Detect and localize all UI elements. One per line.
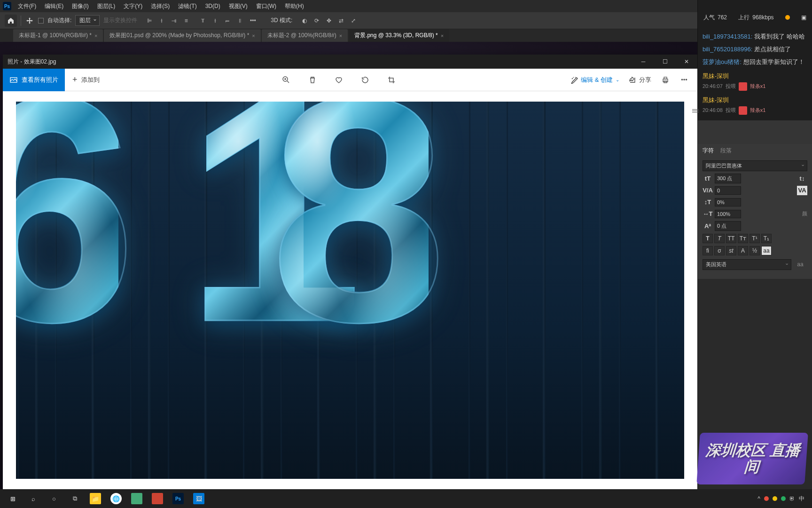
language-select[interactable]: 美国英语 [703,259,791,270]
menu-edit[interactable]: 编辑(E) [41,1,67,12]
align-left-icon[interactable]: ⊫ [145,16,154,25]
panel-drag-handle[interactable] [694,103,697,118]
photos-toolbar: 查看所有照片 + 添加到 编辑 & 创建 ⌄ 分享 ••• [3,69,697,91]
menu-select[interactable]: 选择(S) [147,1,173,12]
taskview-button[interactable]: ⧉ [65,489,85,508]
taskbar-photos[interactable]: 🖼 [189,489,209,508]
minimize-button[interactable]: ─ [632,55,654,69]
ligature-button[interactable]: fi [703,246,713,255]
close-icon[interactable]: × [252,33,255,39]
vscale-input[interactable]: 100% [715,210,741,218]
add-to-button[interactable]: + 添加到 [65,75,107,85]
favorite-icon[interactable] [334,75,344,85]
fraction-button[interactable]: ½ [750,246,760,255]
3d-orbit-icon[interactable]: ◐ [300,16,309,25]
allcaps-button[interactable]: TT [726,234,736,243]
tab-paragraph[interactable]: 段落 [720,147,732,156]
italic-button[interactable]: T [714,234,725,243]
edit-create-button[interactable]: 编辑 & 创建 ⌄ [570,76,619,84]
vscale-icon: ↕T [703,198,713,207]
maximize-button[interactable]: ☐ [654,55,676,69]
3d-roll-icon[interactable]: ⟳ [312,16,321,25]
menu-layer[interactable]: 图层(L) [94,1,119,12]
3d-scale-icon[interactable]: ⤢ [349,16,358,25]
system-tray[interactable]: ^ ⛨ 中 [757,495,809,503]
close-icon[interactable]: × [441,33,444,39]
view-all-photos-button[interactable]: 查看所有照片 [3,69,65,91]
doc-tab-2[interactable]: 效果图01.psd @ 200% (Made by Photoshop, RGB… [104,29,260,42]
doc-tab-4[interactable]: 背景.png @ 33.3% (3D, RGB/8) *× [349,29,449,42]
menu-window[interactable]: 窗口(W) [252,1,280,12]
font-size-input[interactable]: 300 点 [715,174,741,183]
share-button[interactable]: 分享 [629,76,651,84]
delete-icon[interactable] [308,75,317,85]
tracking-input[interactable]: 0% [715,198,741,206]
ps-logo: Ps [3,2,11,10]
auto-select-checkbox[interactable] [38,18,44,24]
kerning-input[interactable]: 0 [715,186,741,195]
3d-pan-icon[interactable]: ✥ [324,16,334,25]
more-icon[interactable]: ••• [679,75,689,85]
discretionary-button[interactable]: aa [761,246,772,255]
taskbar-app2[interactable] [148,489,167,508]
antialiasing-select[interactable]: aa [793,261,807,268]
start-button[interactable]: ⊞ [3,489,23,508]
home-button[interactable] [5,15,17,27]
tray-status-yellow[interactable] [773,496,777,501]
screen-icon[interactable]: ▣ [801,14,806,21]
align-hcenter-icon[interactable]: ⫲ [157,16,166,25]
3d-slide-icon[interactable]: ⇄ [336,16,346,25]
ime-indicator[interactable]: 中 [799,495,804,503]
chat-area[interactable]: bili_18973413581: 我看到我了 哈哈哈 bili_7652018… [698,28,812,120]
font-family-select[interactable]: 阿里巴巴普惠体 [703,160,807,171]
align-vcenter-icon[interactable]: ⫲ [211,16,220,25]
menu-help[interactable]: 帮助(H) [281,1,308,12]
bold-button[interactable]: T [703,234,713,243]
ordinal-button[interactable]: A [738,246,748,255]
menu-image[interactable]: 图像(I) [68,1,92,12]
tray-status-green[interactable] [781,496,786,501]
align-bottom-icon[interactable]: ⫭ [223,16,232,25]
smallcaps-button[interactable]: Tᴛ [738,234,748,243]
taskbar-explorer[interactable]: 📁 [86,489,105,508]
baseline-input[interactable]: 0 点 [715,221,741,231]
crop-icon[interactable] [387,75,396,85]
close-button[interactable]: ✕ [676,55,697,69]
tray-status-red[interactable] [764,496,769,501]
print-icon[interactable] [661,75,670,85]
align-right-icon[interactable]: ⫣ [169,16,179,25]
doc-tab-1[interactable]: 未标题-1 @ 100%(RGB/8#) *× [13,29,103,42]
close-icon[interactable]: × [339,33,342,39]
cortana-button[interactable]: ○ [44,489,64,508]
image-content: 6 1 8 6 1 8 [16,102,684,479]
zoom-icon[interactable] [281,75,291,85]
taskbar-photoshop[interactable]: Ps [168,489,188,508]
photos-titlebar[interactable]: 照片 - 效果图02.jpg ─ ☐ ✕ [3,55,697,69]
menu-type[interactable]: 文字(Y) [120,1,146,12]
swash-button[interactable]: st [726,246,736,255]
layer-dropdown[interactable]: 图层 [75,15,100,26]
superscript-button[interactable]: T¹ [750,234,760,243]
doc-tab-3[interactable]: 未标题-2 @ 100%(RGB/8#)× [262,29,348,42]
distribute-icon[interactable]: ⫴ [235,16,244,25]
close-icon[interactable]: × [94,33,97,39]
menu-view[interactable]: 视图(V) [225,1,251,12]
tab-character[interactable]: 字符 [703,147,714,156]
menu-file[interactable]: 文件(F) [14,1,40,12]
taskbar-chrome[interactable]: 🌐 [106,489,126,508]
align-justify-icon[interactable]: ≡ [181,16,191,25]
menu-filter[interactable]: 滤镜(T) [174,1,200,12]
tray-chevron-icon[interactable]: ^ [757,495,760,502]
subscript-button[interactable]: T₁ [761,234,772,243]
rotate-icon[interactable] [360,75,370,85]
chat-text: 我看到我了 哈哈哈 [754,33,805,40]
taskbar-app1[interactable] [127,489,147,508]
photo-viewport[interactable]: 6 1 8 6 1 8 [3,91,697,489]
more-options-icon[interactable]: ••• [248,16,258,25]
move-tool-icon[interactable] [25,16,34,25]
menu-3d[interactable]: 3D(D) [202,1,224,11]
align-top-icon[interactable]: ⫪ [198,16,208,25]
search-button[interactable]: ⌕ [23,489,43,508]
tray-shield-icon[interactable]: ⛨ [789,495,795,502]
stylistic-button[interactable]: σ [714,246,725,255]
